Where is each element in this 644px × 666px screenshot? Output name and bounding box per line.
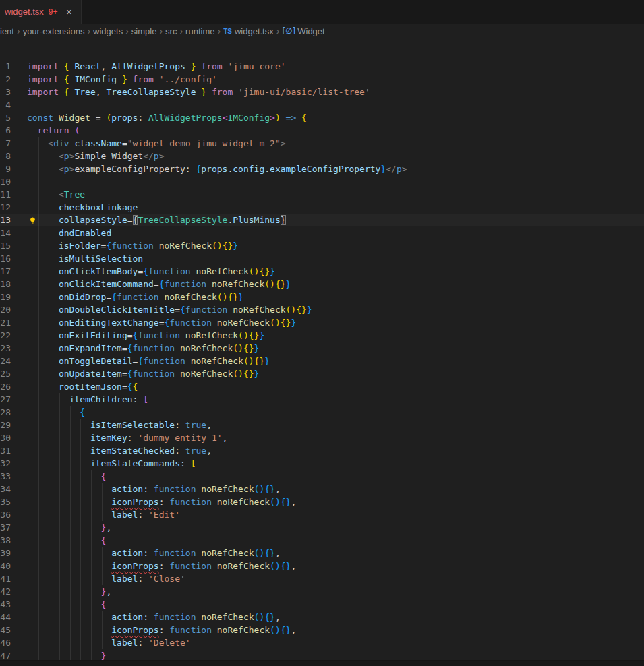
code-line-19[interactable]: 19 onDidDrop={function noRefCheck(){}} bbox=[0, 291, 644, 303]
tab-widget-tsx[interactable]: widget.tsx 9+ × bbox=[0, 0, 82, 24]
code-content: action: function noRefCheck(){}, bbox=[27, 611, 644, 624]
code-line-36[interactable]: 36 label: 'Edit' bbox=[0, 508, 644, 521]
code-token: IMConfig bbox=[227, 113, 270, 123]
line-number: 20 bbox=[0, 303, 11, 316]
code-line-4[interactable]: 4 bbox=[0, 98, 644, 111]
code-token: ( bbox=[74, 125, 80, 135]
code-line-38[interactable]: 38 { bbox=[0, 534, 644, 547]
code-content: const Widget = (props: AllWidgetProps<IM… bbox=[27, 111, 644, 124]
code-line-15[interactable]: 15 isFolder={function noRefCheck(){}} bbox=[0, 239, 644, 252]
code-token: (){} bbox=[249, 266, 270, 276]
code-content: onEditingTextChange={function noRefCheck… bbox=[27, 316, 644, 329]
indent-guide bbox=[28, 444, 28, 457]
code-line-27[interactable]: 27 itemChildren: [ bbox=[0, 393, 644, 406]
code-line-2[interactable]: 2import { IMConfig } from '../config' bbox=[0, 73, 644, 86]
lightbulb-icon[interactable] bbox=[28, 216, 37, 224]
code-line-9[interactable]: 9 <p>exampleConfigProperty: {props.confi… bbox=[0, 162, 644, 175]
breadcrumb-item-runtime[interactable]: runtime bbox=[185, 26, 214, 36]
code-line-30[interactable]: 30 itemKey: 'dummy entity 1', bbox=[0, 431, 644, 444]
code-line-39[interactable]: 39 action: function noRefCheck(){}, bbox=[0, 547, 644, 559]
code-line-29[interactable]: 29 isItemSelectable: true, bbox=[0, 419, 644, 431]
indent-guide bbox=[38, 636, 39, 649]
code-token: itemStateCommands bbox=[90, 458, 180, 468]
code-line-22[interactable]: 22 onExitEditing={function noRefCheck(){… bbox=[0, 329, 644, 342]
code-token: noRefCheck bbox=[201, 484, 254, 494]
breadcrumb-separator: › bbox=[276, 26, 280, 36]
code-line-35[interactable]: 35 iconProps: function noRefCheck(){}, bbox=[0, 495, 644, 508]
indent-guide bbox=[102, 572, 103, 585]
code-line-16[interactable]: 16 isMultiSelection bbox=[0, 252, 644, 265]
indent-guide bbox=[102, 508, 103, 521]
code-line-21[interactable]: 21 onEditingTextChange={function noRefCh… bbox=[0, 316, 644, 329]
code-line-24[interactable]: 24 onToggleDetail={function noRefCheck()… bbox=[0, 355, 644, 367]
code-line-46[interactable]: 46 label: 'Delete' bbox=[0, 636, 644, 649]
code-line-43[interactable]: 43 { bbox=[0, 598, 644, 611]
code-token: function bbox=[143, 356, 190, 366]
code-line-17[interactable]: 17 onClickItemBody={function noRefCheck(… bbox=[0, 265, 644, 278]
breadcrumb-item-simple[interactable]: simple bbox=[131, 26, 157, 36]
code-line-33[interactable]: 33 { bbox=[0, 470, 644, 483]
code-line-11[interactable]: 11 <Tree bbox=[0, 188, 644, 201]
indent-guide bbox=[59, 470, 60, 483]
indent-guide bbox=[59, 406, 60, 419]
breadcrumb-separator: › bbox=[87, 26, 90, 36]
code-editor[interactable]: 1import { React, AllWidgetProps } from '… bbox=[0, 38, 644, 662]
code-token: noRefCheck bbox=[180, 343, 233, 353]
code-token: onClickItemCommand bbox=[59, 279, 154, 289]
code-line-8[interactable]: 8 <p>Simple Widget</p> bbox=[0, 150, 644, 162]
code-line-44[interactable]: 44 action: function noRefCheck(){}, bbox=[0, 611, 644, 624]
code-line-32[interactable]: 32 itemStateCommands: [ bbox=[0, 457, 644, 470]
line-number: 22 bbox=[0, 329, 11, 342]
code-line-42[interactable]: 42 }, bbox=[0, 585, 644, 598]
code-line-20[interactable]: 20 onDoubleClickItemTitle={function noRe… bbox=[0, 303, 644, 316]
code-token: action bbox=[111, 484, 143, 494]
code-line-6[interactable]: 6 return ( bbox=[0, 124, 644, 137]
code-line-23[interactable]: 23 onExpandItem={function noRefCheck(){}… bbox=[0, 342, 644, 355]
code-token: , bbox=[275, 484, 281, 494]
indent-guide bbox=[38, 137, 39, 150]
code-line-1[interactable]: 1import { React, AllWidgetProps } from '… bbox=[0, 60, 644, 73]
breadcrumb-item-src[interactable]: src bbox=[165, 26, 177, 36]
code-line-13[interactable]: 13 collapseStyle={TreeCollapseStyle.Plus… bbox=[0, 214, 644, 226]
code-token: > bbox=[159, 151, 165, 161]
code-line-5[interactable]: 5const Widget = (props: AllWidgetProps<I… bbox=[0, 111, 644, 124]
code-line-41[interactable]: 41 label: 'Close' bbox=[0, 572, 644, 585]
code-line-28[interactable]: 28 { bbox=[0, 406, 644, 419]
code-line-12[interactable]: 12 checkboxLinkage bbox=[0, 201, 644, 214]
indent-guide bbox=[38, 188, 39, 201]
code-line-45[interactable]: 45 iconProps: function noRefCheck(){}, bbox=[0, 624, 644, 636]
code-token: < bbox=[48, 138, 53, 148]
tab-close-icon[interactable]: × bbox=[64, 7, 75, 17]
indent-guide bbox=[38, 393, 39, 406]
line-number: 13 bbox=[0, 214, 11, 226]
code-line-14[interactable]: 14 dndEnabled bbox=[0, 226, 644, 239]
code-line-37[interactable]: 37 }, bbox=[0, 521, 644, 534]
code-line-3[interactable]: 3import { Tree, TreeCollapseStyle } from… bbox=[0, 86, 644, 98]
code-token: label bbox=[111, 510, 138, 520]
code-line-34[interactable]: 34 action: function noRefCheck(){}, bbox=[0, 483, 644, 495]
code-token: , bbox=[206, 420, 212, 430]
code-token: } bbox=[259, 330, 264, 340]
breadcrumb-item-widgets[interactable]: widgets bbox=[93, 26, 123, 36]
breadcrumb-item-widget-symbol[interactable]: [∅] Widget bbox=[282, 26, 324, 36]
code-line-10[interactable]: 10 bbox=[0, 175, 644, 188]
breadcrumb-item-widget-tsx[interactable]: TS widget.tsx bbox=[223, 26, 274, 36]
code-line-25[interactable]: 25 onUpdateItem={function noRefCheck(){}… bbox=[0, 367, 644, 380]
code-token: : bbox=[138, 638, 148, 648]
code-token: } bbox=[254, 343, 260, 353]
code-line-26[interactable]: 26 rootItemJson={{ bbox=[0, 380, 644, 393]
indent-guide bbox=[38, 162, 39, 175]
code-token bbox=[27, 241, 59, 251]
breadcrumb-item-client[interactable]: ient bbox=[0, 26, 14, 36]
code-content: label: 'Delete' bbox=[27, 636, 644, 649]
code-line-7[interactable]: 7 <div className="widget-demo jimu-widge… bbox=[0, 137, 644, 150]
code-token: , bbox=[291, 497, 296, 507]
code-line-31[interactable]: 31 itemStateChecked: true, bbox=[0, 444, 644, 457]
indent-guide bbox=[28, 508, 28, 521]
breadcrumb-item-your-extensions[interactable]: your-extensions bbox=[23, 26, 85, 36]
indent-guide bbox=[102, 624, 103, 636]
code-token: action bbox=[111, 612, 143, 622]
code-line-18[interactable]: 18 onClickItemCommand={function noRefChe… bbox=[0, 278, 644, 291]
line-number: 7 bbox=[0, 137, 11, 150]
code-line-40[interactable]: 40 iconProps: function noRefCheck(){}, bbox=[0, 559, 644, 572]
